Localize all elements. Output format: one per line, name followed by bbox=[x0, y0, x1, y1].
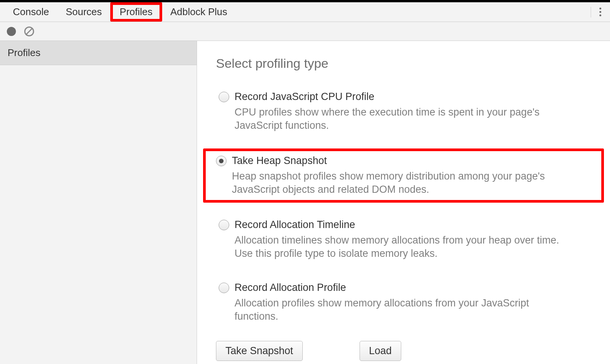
tab-profiles[interactable]: Profiles bbox=[110, 2, 162, 22]
option-text: Record Allocation Timeline Allocation ti… bbox=[235, 219, 588, 260]
option-cpu-profile[interactable]: Record JavaScript CPU Profile CPU profil… bbox=[212, 86, 595, 137]
option-title: Record JavaScript CPU Profile bbox=[235, 91, 588, 103]
option-title: Record Allocation Timeline bbox=[235, 219, 588, 231]
toolbar bbox=[0, 22, 610, 41]
main-body: Profiles Select profiling type Record Ja… bbox=[0, 41, 610, 364]
option-heap-snapshot[interactable]: Take Heap Snapshot Heap snapshot profile… bbox=[203, 148, 604, 203]
profiling-options: Record JavaScript CPU Profile CPU profil… bbox=[212, 86, 595, 328]
sidebar: Profiles bbox=[0, 41, 197, 364]
tab-divider bbox=[591, 7, 591, 17]
load-button[interactable]: Load bbox=[360, 341, 401, 361]
tab-console[interactable]: Console bbox=[5, 2, 57, 22]
option-text: Record Allocation Profile Allocation pro… bbox=[235, 282, 588, 323]
option-desc: Heap snapshot profiles show memory distr… bbox=[232, 170, 573, 196]
radio-icon[interactable] bbox=[216, 156, 227, 166]
kebab-menu-icon[interactable] bbox=[595, 5, 605, 19]
tab-adblock-plus[interactable]: Adblock Plus bbox=[162, 2, 236, 22]
sidebar-item-profiles[interactable]: Profiles bbox=[0, 41, 197, 65]
radio-icon[interactable] bbox=[219, 283, 229, 293]
option-desc: CPU profiles show where the execution ti… bbox=[235, 106, 576, 132]
option-allocation-timeline[interactable]: Record Allocation Timeline Allocation ti… bbox=[212, 214, 595, 265]
option-title: Record Allocation Profile bbox=[235, 282, 588, 294]
option-text: Record JavaScript CPU Profile CPU profil… bbox=[235, 91, 588, 132]
clear-icon[interactable] bbox=[24, 27, 34, 36]
tab-bar: Console Sources Profiles Adblock Plus bbox=[0, 2, 610, 22]
option-desc: Allocation profiles show memory allocati… bbox=[235, 297, 576, 323]
option-title: Take Heap Snapshot bbox=[232, 155, 591, 167]
take-snapshot-button[interactable]: Take Snapshot bbox=[216, 341, 303, 361]
button-row: Take Snapshot Load bbox=[216, 341, 595, 361]
radio-icon[interactable] bbox=[219, 92, 229, 102]
devtools-window: Console Sources Profiles Adblock Plus Pr… bbox=[0, 0, 610, 364]
option-desc: Allocation timelines show memory allocat… bbox=[235, 234, 576, 260]
option-text: Take Heap Snapshot Heap snapshot profile… bbox=[232, 155, 591, 196]
option-allocation-profile[interactable]: Record Allocation Profile Allocation pro… bbox=[212, 277, 595, 328]
content-panel: Select profiling type Record JavaScript … bbox=[197, 41, 610, 364]
radio-icon[interactable] bbox=[219, 220, 229, 230]
record-icon[interactable] bbox=[7, 27, 16, 36]
content-heading: Select profiling type bbox=[216, 56, 595, 71]
tab-sources[interactable]: Sources bbox=[57, 2, 110, 22]
